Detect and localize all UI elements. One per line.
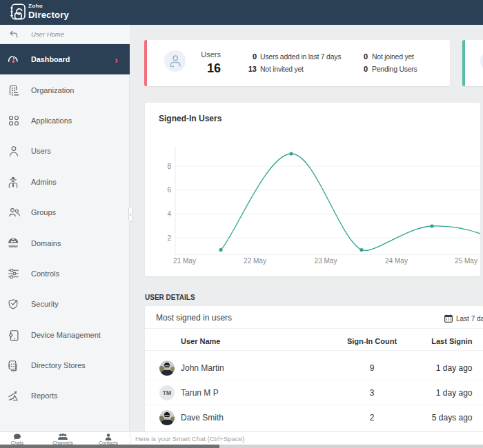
svg-text:23 May: 23 May	[315, 257, 337, 265]
svg-text:4: 4	[167, 210, 171, 218]
svg-text:24 May: 24 May	[385, 257, 408, 265]
svg-text:25 May: 25 May	[455, 257, 477, 265]
svg-text:6: 6	[167, 186, 171, 194]
svg-text:22 May: 22 May	[244, 257, 266, 265]
svg-text:8: 8	[167, 163, 171, 170]
svg-text:2: 2	[167, 234, 171, 242]
svg-text:21 May: 21 May	[173, 257, 196, 265]
svg-text:www: www	[8, 243, 18, 247]
